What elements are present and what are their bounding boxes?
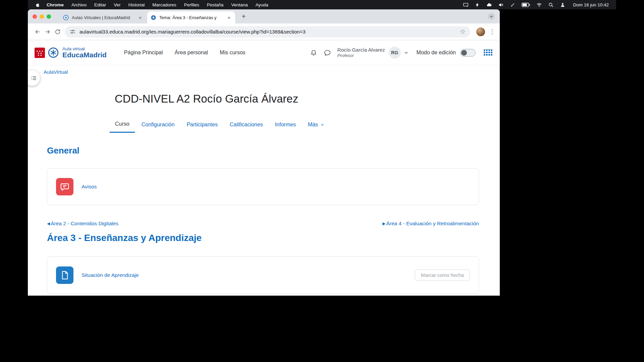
browser-window: Aulas Virtuales | EducaMadrid × Tema: Ár… xyxy=(28,9,500,296)
section-heading-general[interactable]: General xyxy=(47,145,79,156)
activity-link-avisos[interactable]: Avisos xyxy=(82,184,97,190)
tab-calificaciones[interactable]: Calificaciones xyxy=(224,118,268,133)
menubar-status-icons: Dom 16 jun 10:42 xyxy=(463,2,609,8)
user-role: Profesor xyxy=(337,53,385,58)
menubar-clock[interactable]: Dom 16 jun 10:42 xyxy=(573,2,609,7)
browser-profile-avatar[interactable] xyxy=(476,27,485,36)
nav-pagina-principal[interactable]: Página Principal xyxy=(124,50,163,56)
tab-tema-area3[interactable]: Tema: Área 3 - Enseñanzas y × xyxy=(147,11,235,23)
new-tab-button[interactable]: + xyxy=(240,13,248,20)
site-settings-icon[interactable] xyxy=(69,28,76,35)
edit-mode-label: Modo de edición xyxy=(417,50,456,56)
menubar-menus: Archivo Editar Ver Historial Marcadores … xyxy=(71,2,268,7)
activity-link-situacion[interactable]: Situación de Aprendizaje xyxy=(82,272,139,278)
course-index-drawer-button[interactable] xyxy=(28,70,40,86)
header-right: Rocío García Alvarez Profesor RG Modo de… xyxy=(310,47,493,59)
prev-section-label: Área 2 - Contenidos Digitales xyxy=(51,221,118,227)
mark-as-done-button[interactable]: Marcar como hecha xyxy=(415,269,470,281)
tab-search-button[interactable] xyxy=(488,13,495,20)
page-activity-icon xyxy=(56,266,73,284)
madrid-flag-icon xyxy=(35,48,45,58)
user-info[interactable]: Rocío García Alvarez Profesor xyxy=(337,47,385,59)
forward-button[interactable] xyxy=(43,27,53,37)
bookmark-star-icon[interactable]: ☆ xyxy=(460,28,466,36)
menu-ventana[interactable]: Ventana xyxy=(231,2,248,7)
forum-activity-icon xyxy=(56,178,73,195)
nav-area-personal[interactable]: Área personal xyxy=(174,50,208,56)
back-button[interactable] xyxy=(33,27,43,37)
tab-mas[interactable]: Más xyxy=(303,118,330,133)
chevron-down-icon xyxy=(320,123,324,127)
prev-section-link[interactable]: ◀ Área 2 - Contenidos Digitales xyxy=(47,221,118,227)
activity-card-avisos: Avisos xyxy=(47,168,479,205)
reload-button[interactable] xyxy=(53,27,63,37)
prev-arrow-icon: ◀ xyxy=(47,221,50,226)
apple-menu-icon[interactable] xyxy=(35,2,40,8)
tab-title: Aulas Virtuales | EducaMadrid xyxy=(72,15,135,20)
menu-editar[interactable]: Editar xyxy=(94,2,106,7)
tab-mas-label: Más xyxy=(308,122,318,128)
url-input[interactable] xyxy=(79,29,457,35)
messages-icon[interactable] xyxy=(324,49,331,56)
tab-curso[interactable]: Curso xyxy=(110,118,135,133)
window-controls xyxy=(33,14,51,19)
next-section-link[interactable]: ▶ Área 4 - Evaluación y Retroalimentació… xyxy=(382,221,479,227)
next-arrow-icon: ▶ xyxy=(382,221,385,226)
menu-pestana[interactable]: Pestaña xyxy=(207,2,224,7)
menu-ayuda[interactable]: Ayuda xyxy=(256,2,268,7)
next-section-label: Área 4 - Evaluación y Retroalimentación xyxy=(386,221,479,227)
educamadrid-emblem-icon xyxy=(48,47,59,58)
apps-grid-icon[interactable] xyxy=(484,49,493,56)
pencil-icon[interactable] xyxy=(510,2,516,8)
tab-aulas-virtuales[interactable]: Aulas Virtuales | EducaMadrid × xyxy=(60,11,146,23)
spotlight-search-icon[interactable] xyxy=(548,2,554,8)
section-heading-area3: Área 3 - Enseñanzas y Aprendizaje xyxy=(47,233,202,243)
browser-menu-icon[interactable]: ⋮ xyxy=(489,28,495,36)
tab-title: Tema: Área 3 - Enseñanzas y xyxy=(159,15,224,20)
educamadrid-logo[interactable]: Aula virtual EducaMadrid xyxy=(35,47,107,59)
section-navigation: ◀ Área 2 - Contenidos Digitales ▶ Área 4… xyxy=(47,221,479,227)
menu-historial[interactable]: Historial xyxy=(128,2,145,7)
menu-perfiles[interactable]: Perfiles xyxy=(184,2,199,7)
tab-participantes[interactable]: Participantes xyxy=(181,118,223,133)
tab-informes[interactable]: Informes xyxy=(270,118,301,133)
nav-mis-cursos[interactable]: Mis cursos xyxy=(220,50,245,56)
user-switch-icon[interactable] xyxy=(560,2,566,8)
screen-mirroring-icon[interactable] xyxy=(463,2,469,8)
charging-bolt-icon[interactable] xyxy=(475,2,480,8)
user-name: Rocío García Alvarez xyxy=(337,47,385,53)
cloud-sync-icon[interactable] xyxy=(486,2,492,8)
wifi-icon[interactable] xyxy=(536,2,542,8)
course-secondary-nav: Curso Configuración Participantes Califi… xyxy=(110,118,330,133)
activity-card-situacion: Situación de Aprendizaje Marcar como hec… xyxy=(47,256,479,294)
user-menu-chevron-icon[interactable] xyxy=(404,50,409,55)
menu-ver[interactable]: Ver xyxy=(114,2,120,7)
screen: Chrome Archivo Editar Ver Historial Marc… xyxy=(0,0,644,362)
window-zoom-button[interactable] xyxy=(47,14,51,19)
logo-line1: Aula virtual xyxy=(62,47,107,51)
user-avatar[interactable]: RG xyxy=(389,47,401,59)
tab-close-icon[interactable]: × xyxy=(226,15,232,20)
logo-text: Aula virtual EducaMadrid xyxy=(62,47,107,59)
browser-toolbar: ☆ ⋮ xyxy=(28,23,500,40)
window-close-button[interactable] xyxy=(33,14,37,19)
site-nav: Página Principal Área personal Mis curso… xyxy=(124,50,246,56)
course-title: CDD-NIVEL A2 Rocío García Álvarez xyxy=(115,93,298,105)
breadcrumb-aulavirtual[interactable]: AulaVirtual xyxy=(44,69,68,75)
window-minimize-button[interactable] xyxy=(40,14,44,19)
menu-marcadores[interactable]: Marcadores xyxy=(152,2,176,7)
logo-line2: EducaMadrid xyxy=(62,51,107,59)
moodle-page: Aula virtual EducaMadrid Página Principa… xyxy=(28,40,500,296)
tab-close-icon[interactable]: × xyxy=(138,15,143,20)
tab-favicon xyxy=(151,15,156,20)
menu-archivo[interactable]: Archivo xyxy=(71,2,87,7)
volume-icon[interactable] xyxy=(498,2,504,8)
edit-mode-toggle[interactable] xyxy=(460,49,476,57)
tab-configuracion[interactable]: Configuración xyxy=(136,118,180,133)
address-bar[interactable]: ☆ xyxy=(65,26,470,38)
menubar-app-name[interactable]: Chrome xyxy=(47,2,64,7)
battery-icon[interactable] xyxy=(522,2,530,8)
notifications-bell-icon[interactable] xyxy=(310,49,317,56)
tab-favicon xyxy=(63,15,69,20)
toggle-knob xyxy=(461,50,467,56)
